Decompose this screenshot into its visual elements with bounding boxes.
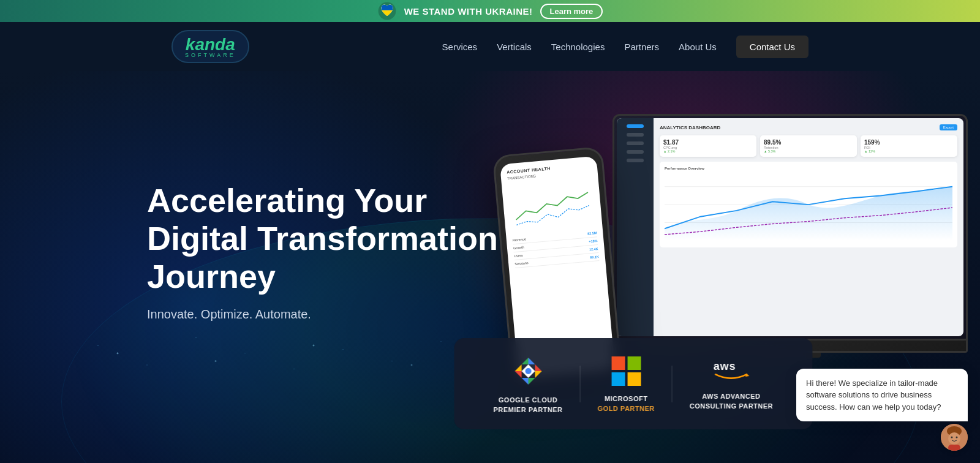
svg-point-8: [525, 368, 531, 374]
google-cloud-partner: GOOGLE CLOUD PREMIER PARTNER: [477, 353, 580, 415]
svg-point-18: [951, 437, 953, 439]
svg-rect-9: [611, 356, 625, 370]
chat-avatar[interactable]: [941, 424, 968, 451]
chart-header: Performance Overview: [665, 167, 952, 170]
sidebar-dot-1: [627, 124, 644, 128]
laptop-sidebar: [617, 118, 654, 336]
nav-links: Services Verticals Technologies Partners…: [442, 36, 809, 58]
contact-us-button[interactable]: Contact Us: [736, 36, 809, 58]
sidebar-dot-3: [627, 141, 644, 145]
svg-point-17: [948, 432, 960, 445]
laptop-mockup: ANALYTICS DASHBOARD Export $1.87 CPC avg…: [612, 114, 968, 371]
avatar-svg: [941, 424, 968, 451]
banner-text: WE STAND WITH UKRAINE!: [404, 6, 533, 17]
laptop-title: ANALYTICS DASHBOARD: [660, 125, 720, 130]
metric-val-1: $1.87: [663, 139, 753, 146]
metric-card-1: $1.87 CPC avg ▲ 2.1%: [660, 135, 756, 157]
nav-link-technologies[interactable]: Technologies: [551, 42, 605, 52]
metric-change-2: ▲ 5.3%: [764, 149, 853, 153]
hero-content: Accelerating Your Digital Transformation…: [147, 181, 514, 322]
svg-rect-10: [627, 356, 641, 370]
metric-val-2: 89.5%: [764, 139, 853, 146]
logo-sub: SOFTWARE: [185, 52, 236, 58]
aws-icon: aws: [709, 356, 753, 386]
google-cloud-label: GOOGLE CLOUD PREMIER PARTNER: [494, 396, 563, 415]
laptop-chart-svg: [665, 174, 952, 241]
sidebar-dot-4: [627, 150, 644, 154]
learn-more-button[interactable]: Learn more: [540, 4, 603, 19]
svg-point-19: [956, 437, 958, 439]
laptop-screen: ANALYTICS DASHBOARD Export $1.87 CPC avg…: [612, 114, 968, 341]
navbar: kanda SOFTWARE Services Verticals Techno…: [0, 22, 980, 71]
nav-link-services[interactable]: Services: [442, 42, 478, 52]
laptop-inner: ANALYTICS DASHBOARD Export $1.87 CPC avg…: [617, 118, 963, 336]
partner-badges: GOOGLE CLOUD PREMIER PARTNER MICROSOFT G…: [454, 338, 813, 429]
nav-link-partners[interactable]: Partners: [624, 42, 659, 52]
laptop-cta[interactable]: Export: [940, 124, 957, 130]
ukraine-banner: WE STAND WITH UKRAINE! Learn more: [0, 0, 980, 22]
chat-bubble: Hi there! We specialize in tailor-made s…: [796, 369, 968, 422]
phone-chart: [508, 178, 596, 235]
hero-title: Accelerating Your Digital Transformation…: [147, 181, 514, 295]
microsoft-icon: [609, 354, 643, 388]
hero-subtitle: Innovate. Optimize. Automate.: [147, 307, 514, 322]
aws-partner: aws AWS ADVANCED CONSULTING PARTNER: [673, 356, 790, 411]
svg-rect-12: [627, 372, 641, 386]
google-cloud-icon: [510, 353, 546, 390]
svg-rect-20: [948, 445, 960, 451]
laptop-main: ANALYTICS DASHBOARD Export $1.87 CPC avg…: [654, 118, 963, 336]
laptop-chart-area: Performance Overview: [660, 162, 957, 247]
chat-avatar-row: [796, 424, 968, 451]
ukraine-heart-icon: [377, 1, 397, 21]
laptop-topbar: ANALYTICS DASHBOARD Export: [660, 124, 957, 130]
svg-rect-11: [611, 372, 625, 386]
microsoft-label: MICROSOFT GOLD PARTNER: [598, 394, 655, 413]
microsoft-partner: MICROSOFT GOLD PARTNER: [581, 354, 672, 413]
metric-change-3: ▲ 12%: [864, 149, 954, 153]
chart-title: Performance Overview: [665, 167, 704, 170]
metric-card-2: 89.5% Retention ▲ 5.3%: [760, 135, 857, 157]
metric-val-3: 159%: [864, 139, 954, 146]
nav-link-verticals[interactable]: Verticals: [497, 42, 532, 52]
aws-label: AWS ADVANCED CONSULTING PARTNER: [690, 392, 773, 411]
nav-link-about[interactable]: About Us: [679, 42, 717, 52]
sidebar-dot-2: [627, 133, 644, 137]
metric-change-1: ▲ 2.1%: [663, 149, 753, 153]
chat-widget: Hi there! We specialize in tailor-made s…: [796, 369, 968, 451]
metric-card-3: 159% ROI ▲ 12%: [861, 135, 957, 157]
laptop-metrics-grid: $1.87 CPC avg ▲ 2.1% 89.5% Retention ▲ 5…: [660, 135, 957, 157]
sidebar-dot-5: [627, 159, 644, 162]
svg-text:aws: aws: [714, 360, 736, 372]
chat-message: Hi there! We specialize in tailor-made s…: [806, 378, 941, 412]
logo[interactable]: kanda SOFTWARE: [172, 30, 249, 63]
